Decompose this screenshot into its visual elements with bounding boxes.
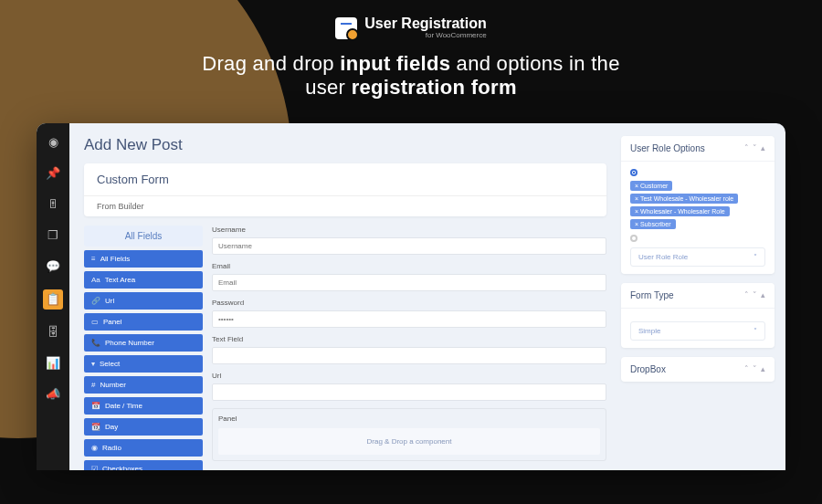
phone-label: Phone Number — [212, 468, 606, 470]
collapse-down-icon[interactable]: ˅ — [753, 290, 757, 299]
url-label: Url — [212, 372, 606, 380]
user-role-panel: User Role Options˄˅▴ × Customer× Test Wh… — [621, 136, 775, 274]
field-label: Panel — [103, 318, 121, 326]
role-tag[interactable]: × Customer — [630, 181, 672, 191]
collapse-down-icon[interactable]: ˅ — [753, 364, 757, 373]
archive-icon[interactable]: 🗄 — [45, 324, 61, 341]
caret-up-icon[interactable]: ▴ — [761, 290, 765, 299]
role-tag[interactable]: × Wholesaler - Wholesaler Role — [630, 206, 730, 216]
password-input[interactable] — [212, 310, 606, 328]
field-type-icon: ≡ — [91, 255, 96, 263]
field-draggable[interactable]: 📞Phone Number — [84, 334, 203, 352]
logo-subtitle: for WooCommerce — [364, 31, 486, 39]
product-logo: User Registration for WooCommerce — [335, 16, 486, 39]
logo-title: User Registration — [364, 16, 486, 31]
field-type-icon: ☑ — [91, 465, 98, 470]
panel-label: Panel — [218, 415, 600, 423]
custom-form-card: Custom Form From Builder — [84, 163, 606, 216]
username-input[interactable] — [212, 237, 606, 255]
field-draggable[interactable]: ▭Panel — [84, 313, 203, 331]
caret-up-icon[interactable]: ▴ — [761, 364, 765, 373]
field-draggable[interactable]: AaText Area — [84, 271, 203, 289]
pages-icon[interactable]: ❐ — [45, 227, 61, 244]
password-label: Password — [212, 299, 606, 307]
admin-rail: ◉📌🎚❐💬📋🗄📊📣 — [37, 123, 69, 470]
chevron-down-icon: ˅ — [754, 327, 757, 335]
page-title: Add New Post — [84, 136, 606, 154]
form-preview: Username Email Password Text Field Url P… — [212, 226, 606, 470]
field-draggable[interactable]: 📆Day — [84, 418, 203, 436]
radio-option-1[interactable] — [630, 169, 765, 176]
username-label: Username — [212, 226, 606, 234]
dropbox-title: DropBox — [630, 364, 666, 374]
field-type-icon: Aa — [91, 276, 100, 284]
field-type-icon: 📅 — [91, 402, 100, 410]
role-tag[interactable]: × Test Wholesale - Wholesaler role — [630, 194, 738, 204]
field-label: Text Area — [105, 276, 135, 284]
field-draggable[interactable]: ≡All Fields — [84, 250, 203, 268]
dropbox-panel: DropBox˄˅▴ — [621, 357, 775, 382]
url-input[interactable] — [212, 383, 606, 401]
caret-up-icon[interactable]: ▴ — [761, 143, 765, 152]
form-type-title: Form Type — [630, 290, 674, 300]
marketing-icon[interactable]: 📣 — [45, 386, 61, 403]
role-tag[interactable]: × Subscriber — [630, 219, 676, 229]
textfield-label: Text Field — [212, 335, 606, 343]
form-type-panel: Form Type˄˅▴ Simple˅ — [621, 283, 775, 348]
field-draggable[interactable]: 🔗Url — [84, 292, 203, 310]
field-type-icon: ▾ — [91, 360, 95, 368]
analytics-icon[interactable]: 📊 — [45, 355, 61, 372]
collapse-up-icon[interactable]: ˄ — [744, 143, 749, 152]
field-type-icon: ▭ — [91, 318, 99, 326]
collapse-up-icon[interactable]: ˄ — [744, 290, 749, 299]
email-input[interactable] — [212, 274, 606, 291]
field-label: Date / Time — [105, 402, 142, 410]
main-content: Add New Post Custom Form From Builder Al… — [69, 123, 621, 470]
form-type-select[interactable]: Simple˅ — [630, 321, 765, 341]
form-builder-tab[interactable]: From Builder — [84, 195, 606, 216]
pin-icon[interactable]: 📌 — [45, 165, 61, 182]
app-window: ◉📌🎚❐💬📋🗄📊📣 Add New Post Custom Form From … — [37, 123, 785, 470]
collapse-up-icon[interactable]: ˄ — [744, 364, 749, 373]
dashboard-icon[interactable]: ◉ — [45, 134, 61, 151]
comments-icon[interactable]: 💬 — [45, 258, 61, 275]
media-icon[interactable]: 🎚 — [45, 196, 61, 213]
field-type-icon: 📆 — [91, 423, 100, 431]
fields-palette-header: All Fields — [84, 226, 203, 247]
radio-off-icon — [630, 235, 638, 242]
field-draggable[interactable]: ▾Select — [84, 355, 203, 373]
panel-dropzone[interactable]: Drag & Drop a component — [218, 428, 600, 455]
field-label: Select — [100, 360, 120, 368]
panel-container: Panel Drag & Drop a component — [212, 408, 606, 461]
field-label: Phone Number — [105, 339, 154, 347]
field-draggable[interactable]: ☑Checkboxes — [84, 460, 203, 470]
field-type-icon: 🔗 — [91, 297, 100, 305]
field-draggable[interactable]: ◉Radio — [84, 439, 203, 457]
logo-icon — [335, 17, 357, 39]
user-role-title: User Role Options — [630, 143, 705, 153]
field-label: Url — [105, 297, 114, 305]
field-type-icon: # — [91, 381, 95, 389]
radio-on-icon — [630, 169, 638, 176]
radio-option-2[interactable] — [630, 235, 765, 242]
field-label: Radio — [102, 444, 121, 452]
user-role-select[interactable]: User Role Role˅ — [630, 247, 765, 267]
field-draggable[interactable]: #Number — [84, 376, 203, 394]
field-label: Day — [105, 423, 118, 431]
email-label: Email — [212, 262, 606, 270]
field-type-icon: 📞 — [91, 339, 100, 347]
field-draggable[interactable]: 📅Date / Time — [84, 397, 203, 415]
collapse-down-icon[interactable]: ˅ — [753, 143, 757, 152]
headline: Drag and drop input fields and options i… — [0, 52, 822, 100]
field-type-icon: ◉ — [91, 444, 98, 452]
fields-palette: All Fields ≡All FieldsAaText Area🔗Url▭Pa… — [84, 226, 203, 470]
registration-icon[interactable]: 📋 — [43, 289, 63, 310]
chevron-down-icon: ˅ — [754, 253, 757, 261]
textfield-input[interactable] — [212, 347, 606, 364]
settings-sidebar: User Role Options˄˅▴ × Customer× Test Wh… — [621, 123, 785, 470]
field-label: Number — [100, 381, 125, 389]
hero-banner: User Registration for WooCommerce Drag a… — [0, 0, 822, 110]
field-label: Checkboxes — [102, 465, 142, 470]
field-label: All Fields — [100, 255, 130, 263]
form-title: Custom Form — [84, 163, 606, 195]
